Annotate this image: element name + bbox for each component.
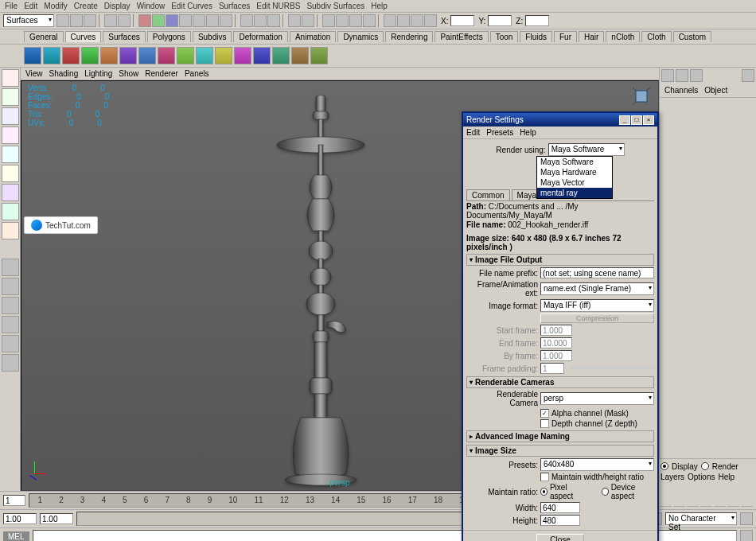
- lasso-icon[interactable]: [152, 14, 165, 27]
- tab-cloth[interactable]: Cloth: [641, 31, 671, 42]
- tab-curves[interactable]: Curves: [65, 31, 102, 42]
- menu-surfaces[interactable]: Surfaces: [219, 2, 250, 10]
- tab-hair[interactable]: Hair: [579, 31, 604, 42]
- shelf-intersect-icon[interactable]: [234, 47, 251, 64]
- save-scene-icon[interactable]: [84, 14, 96, 27]
- construction-history-icon[interactable]: [322, 14, 335, 27]
- minimize-icon[interactable]: _: [619, 115, 630, 125]
- anim-start[interactable]: [3, 513, 37, 524]
- snap-plane-icon[interactable]: [220, 14, 232, 27]
- panel-panels[interactable]: Panels: [185, 69, 209, 78]
- close-icon[interactable]: ×: [643, 115, 654, 125]
- tab-animation[interactable]: Animation: [290, 31, 336, 42]
- option-maya-hardware[interactable]: Maya Hardware: [537, 167, 612, 177]
- four-view-icon[interactable]: [2, 278, 19, 295]
- render-view-icon[interactable]: [424, 14, 437, 27]
- shelf-extend-icon[interactable]: [291, 47, 309, 64]
- tab-common[interactable]: Common: [466, 189, 510, 200]
- script-editor-button-icon[interactable]: [740, 530, 753, 541]
- tab-dynamics[interactable]: Dynamics: [337, 31, 384, 42]
- dlg-menu-edit[interactable]: Edit: [466, 128, 480, 137]
- panel-lighting[interactable]: Lighting: [84, 69, 112, 78]
- menu-modify[interactable]: Modify: [44, 2, 67, 10]
- rotate-tool-icon[interactable]: [2, 146, 19, 163]
- ext-combo[interactable]: name.ext (Single Frame): [540, 282, 654, 295]
- width-input[interactable]: [540, 502, 580, 513]
- mel-label[interactable]: MEL: [3, 531, 29, 542]
- menu-edit[interactable]: Edit: [24, 2, 37, 10]
- close-panel-icon[interactable]: [742, 69, 754, 82]
- shelf-circle-icon[interactable]: [24, 47, 41, 64]
- panel-renderer[interactable]: Renderer: [145, 69, 178, 78]
- tab-rendering[interactable]: Rendering: [385, 31, 433, 42]
- lasso-tool-icon[interactable]: [2, 88, 19, 106]
- open-scene-icon[interactable]: [70, 14, 83, 27]
- single-view-icon[interactable]: [2, 259, 19, 276]
- tab-object[interactable]: Object: [701, 85, 731, 95]
- layers-menu[interactable]: Layers: [661, 473, 684, 481]
- tab-painteffects[interactable]: PaintEffects: [435, 31, 488, 42]
- dlg-menu-presets[interactable]: Presets: [486, 128, 513, 137]
- range-start[interactable]: [3, 495, 25, 506]
- section-image-file-output[interactable]: Image File Output: [466, 254, 654, 266]
- tab-channels[interactable]: Channels: [661, 85, 701, 95]
- shelf-insert-knot-icon[interactable]: [272, 47, 290, 64]
- batch-render-icon[interactable]: [397, 14, 410, 27]
- render-using-combo[interactable]: Maya Software: [548, 143, 625, 156]
- option-maya-vector[interactable]: Maya Vector: [537, 177, 612, 188]
- view-cube[interactable]: [631, 86, 653, 108]
- option-mental-ray[interactable]: mental ray: [537, 188, 612, 198]
- x-input[interactable]: [450, 15, 474, 26]
- options-menu[interactable]: Options: [688, 473, 715, 481]
- scene-object-hookah[interactable]: [257, 95, 384, 487]
- pixel-aspect-radio[interactable]: [540, 488, 548, 496]
- section-advanced-naming[interactable]: Advanced Image Naming: [466, 430, 654, 442]
- shelf-attach-icon[interactable]: [138, 47, 156, 64]
- redo-icon[interactable]: [118, 14, 131, 27]
- shelf-detach-icon[interactable]: [158, 47, 175, 64]
- snap-grid-icon[interactable]: [179, 14, 192, 27]
- tab-ncloth[interactable]: nCloth: [606, 31, 640, 42]
- shelf-offset-icon[interactable]: [310, 47, 328, 64]
- help-menu[interactable]: Help: [718, 473, 735, 481]
- maintain-ratio-checkbox[interactable]: [540, 473, 549, 481]
- workspace-combo[interactable]: Surfaces: [3, 14, 54, 27]
- input-history-icon[interactable]: [288, 14, 301, 27]
- tab-deformation[interactable]: Deformation: [233, 31, 287, 42]
- tab-general[interactable]: General: [24, 31, 64, 42]
- device-aspect-radio[interactable]: [602, 488, 609, 496]
- persp-graph-icon[interactable]: [2, 335, 19, 352]
- shelf-cv-curve-icon[interactable]: [62, 47, 80, 64]
- tab-fur[interactable]: Fur: [554, 31, 577, 42]
- shelf-fillet-icon[interactable]: [253, 47, 271, 64]
- paint-tool-icon[interactable]: [2, 107, 19, 125]
- menu-file[interactable]: File: [5, 2, 18, 10]
- prefs-icon[interactable]: [740, 512, 753, 525]
- tab-custom[interactable]: Custom: [673, 31, 711, 42]
- presets-combo[interactable]: 640x480: [540, 458, 654, 471]
- soft-mod-icon[interactable]: [2, 203, 19, 220]
- prefix-input[interactable]: [540, 267, 654, 278]
- show-render-icon[interactable]: [411, 14, 423, 27]
- shelf-open-close-icon[interactable]: [196, 47, 213, 64]
- shelf-cut-icon[interactable]: [215, 47, 232, 64]
- last-tool-icon[interactable]: [2, 222, 19, 239]
- shelf-ep-curve-icon[interactable]: [81, 47, 99, 64]
- tab-toon[interactable]: Toon: [490, 31, 519, 42]
- dlg-menu-help[interactable]: Help: [520, 128, 536, 137]
- y-input[interactable]: [488, 15, 512, 26]
- menu-create[interactable]: Create: [74, 2, 98, 10]
- script-editor-icon[interactable]: [2, 354, 19, 372]
- shelf-pencil-icon[interactable]: [100, 47, 118, 64]
- menu-subdiv[interactable]: Subdiv Surfaces: [306, 2, 364, 10]
- render-radio[interactable]: [701, 462, 709, 470]
- playblast-icon[interactable]: [384, 14, 396, 27]
- option-maya-software[interactable]: Maya Software: [537, 157, 612, 167]
- section-image-size[interactable]: Image Size: [466, 445, 654, 457]
- paint-select-icon[interactable]: [166, 14, 178, 27]
- snap-curve-icon[interactable]: [193, 14, 205, 27]
- shelf-square-icon[interactable]: [43, 47, 60, 64]
- display-radio[interactable]: [661, 462, 668, 470]
- shelf-arc-icon[interactable]: [119, 47, 137, 64]
- snap-point-icon[interactable]: [206, 14, 219, 27]
